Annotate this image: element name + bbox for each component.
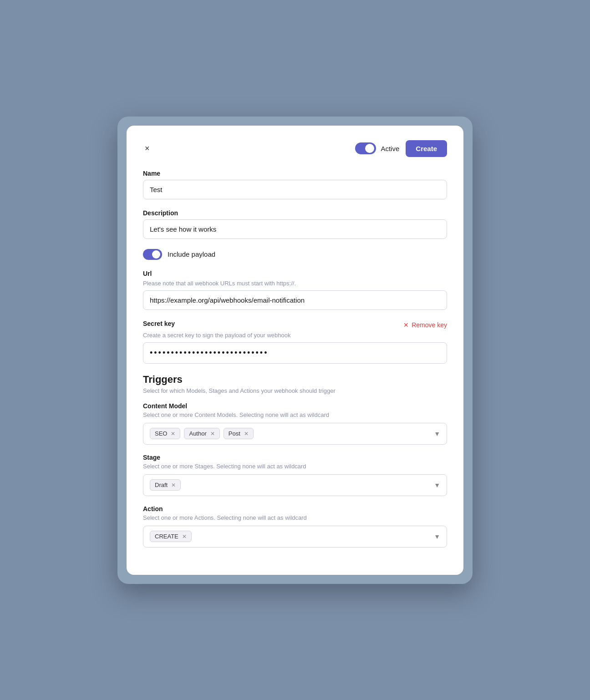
- stage-hint: Select one or more Stages. Selecting non…: [143, 463, 447, 470]
- triggers-section: Triggers Select for which Models, Stages…: [143, 374, 447, 548]
- modal-wrapper: × Active Create Name Description: [117, 117, 473, 584]
- secret-key-header: Secret key ✕ Remove key: [143, 320, 447, 330]
- tag-post[interactable]: Post ✕: [224, 428, 254, 439]
- tag-create[interactable]: CREATE ✕: [150, 531, 192, 542]
- remove-key-button[interactable]: ✕ Remove key: [403, 321, 447, 329]
- active-toggle-wrap: Active: [355, 142, 399, 154]
- tag-author-remove[interactable]: ✕: [210, 431, 215, 437]
- triggers-title: Triggers: [143, 374, 447, 386]
- stage-label: Stage: [143, 454, 447, 461]
- url-field-group: Url Please note that all webhook URLs mu…: [143, 270, 447, 310]
- close-button[interactable]: ×: [143, 142, 152, 154]
- name-field-group: Name: [143, 170, 447, 199]
- stage-dropdown-arrow: ▼: [434, 482, 440, 489]
- modal-header: × Active Create: [143, 140, 447, 157]
- tag-draft[interactable]: Draft ✕: [150, 479, 181, 491]
- content-model-dropdown-arrow: ▼: [434, 430, 440, 437]
- action-dropdown-arrow: ▼: [434, 533, 440, 540]
- tag-author[interactable]: Author ✕: [184, 428, 219, 439]
- modal: × Active Create Name Description: [127, 126, 463, 575]
- url-hint: Please note that all webhook URLs must s…: [143, 280, 447, 287]
- action-label: Action: [143, 505, 447, 512]
- action-group: Action Select one or more Actions. Selec…: [143, 505, 447, 548]
- header-right: Active Create: [355, 140, 447, 157]
- url-input[interactable]: [143, 290, 447, 310]
- include-payload-toggle[interactable]: [143, 249, 162, 260]
- remove-key-label: Remove key: [412, 321, 447, 329]
- tag-draft-remove[interactable]: ✕: [171, 482, 176, 488]
- name-input[interactable]: [143, 180, 447, 199]
- action-hint: Select one or more Actions. Selecting no…: [143, 514, 447, 521]
- content-model-label: Content Model: [143, 402, 447, 410]
- active-toggle[interactable]: [355, 142, 376, 154]
- triggers-hint: Select for which Models, Stages and Acti…: [143, 387, 447, 394]
- secret-key-label: Secret key: [143, 320, 175, 327]
- stage-group: Stage Select one or more Stages. Selecti…: [143, 454, 447, 496]
- tag-create-remove[interactable]: ✕: [182, 533, 187, 540]
- active-label: Active: [381, 145, 399, 152]
- description-input[interactable]: [143, 219, 447, 239]
- url-label: Url: [143, 270, 447, 277]
- content-model-select[interactable]: SEO ✕ Author ✕ Post ✕ ▼: [143, 423, 447, 445]
- description-field-group: Description: [143, 209, 447, 239]
- tag-post-remove[interactable]: ✕: [244, 431, 249, 437]
- include-payload-row: Include payload: [143, 249, 447, 260]
- content-model-hint: Select one or more Content Models. Selec…: [143, 411, 447, 418]
- tag-seo-remove[interactable]: ✕: [171, 431, 175, 437]
- secret-key-input[interactable]: [143, 342, 447, 364]
- description-label: Description: [143, 209, 447, 217]
- secret-key-hint: Create a secret key to sign the payload …: [143, 332, 447, 339]
- content-model-group: Content Model Select one or more Content…: [143, 402, 447, 445]
- include-payload-label: Include payload: [168, 250, 215, 258]
- create-button[interactable]: Create: [406, 140, 447, 157]
- secret-key-field-group: Secret key ✕ Remove key Create a secret …: [143, 320, 447, 364]
- stage-select[interactable]: Draft ✕ ▼: [143, 474, 447, 496]
- name-label: Name: [143, 170, 447, 177]
- tag-seo[interactable]: SEO ✕: [150, 428, 180, 439]
- action-select[interactable]: CREATE ✕ ▼: [143, 526, 447, 548]
- remove-key-icon: ✕: [403, 321, 409, 329]
